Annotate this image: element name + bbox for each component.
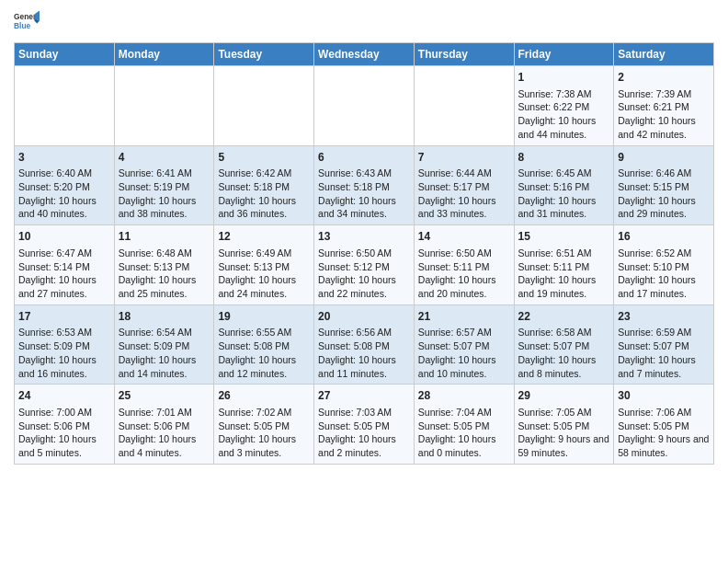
day-info: Sunrise: 7:02 AM xyxy=(218,406,310,419)
day-info: Sunset: 6:21 PM xyxy=(618,100,710,114)
day-info: Daylight: 10 hours and 25 minutes. xyxy=(119,273,210,300)
weekday-header-row: SundayMondayTuesdayWednesdayThursdayFrid… xyxy=(15,43,714,66)
day-info: Sunrise: 6:50 AM xyxy=(318,247,410,260)
day-info: Sunset: 5:07 PM xyxy=(518,339,610,353)
day-info: Sunrise: 6:41 AM xyxy=(119,167,210,180)
day-number: 23 xyxy=(618,309,710,325)
weekday-header-friday: Friday xyxy=(514,43,614,66)
day-info: Sunset: 6:22 PM xyxy=(518,100,610,114)
day-number: 20 xyxy=(318,309,410,325)
day-info: Daylight: 10 hours and 11 minutes. xyxy=(318,353,410,380)
day-info: Sunrise: 6:53 AM xyxy=(18,326,110,339)
day-number: 29 xyxy=(518,388,610,404)
day-info: Sunset: 5:20 PM xyxy=(18,180,110,194)
week-row-3: 17Sunrise: 6:53 AMSunset: 5:09 PMDayligh… xyxy=(15,304,714,385)
day-info: Daylight: 10 hours and 29 minutes. xyxy=(618,194,710,221)
day-info: Sunset: 5:19 PM xyxy=(119,180,210,194)
day-info: Sunrise: 6:57 AM xyxy=(418,326,510,339)
day-number: 4 xyxy=(119,150,210,166)
weekday-header-wednesday: Wednesday xyxy=(314,43,415,66)
day-number: 11 xyxy=(119,229,210,245)
day-info: Sunrise: 6:44 AM xyxy=(418,167,510,180)
day-number: 14 xyxy=(418,229,510,245)
day-info: Daylight: 10 hours and 4 minutes. xyxy=(119,432,210,459)
week-row-4: 24Sunrise: 7:00 AMSunset: 5:06 PMDayligh… xyxy=(15,385,714,465)
day-info: Daylight: 10 hours and 14 minutes. xyxy=(119,353,210,380)
day-info: Sunset: 5:05 PM xyxy=(618,419,710,433)
calendar-cell: 17Sunrise: 6:53 AMSunset: 5:09 PMDayligh… xyxy=(15,304,115,385)
day-number: 21 xyxy=(418,309,510,325)
day-info: Sunrise: 7:00 AM xyxy=(18,406,110,419)
day-info: Sunset: 5:16 PM xyxy=(518,180,610,194)
calendar-cell: 14Sunrise: 6:50 AMSunset: 5:11 PMDayligh… xyxy=(414,225,514,305)
week-row-0: 1Sunrise: 7:38 AMSunset: 6:22 PMDaylight… xyxy=(15,66,714,146)
day-info: Sunset: 5:11 PM xyxy=(518,260,610,274)
day-number: 1 xyxy=(518,70,610,86)
calendar-cell xyxy=(214,66,314,146)
day-number: 3 xyxy=(18,150,110,166)
day-info: Sunrise: 6:58 AM xyxy=(518,326,610,339)
calendar-cell xyxy=(414,66,514,146)
calendar-cell: 4Sunrise: 6:41 AMSunset: 5:19 PMDaylight… xyxy=(114,145,214,225)
day-info: Sunrise: 7:39 AM xyxy=(618,87,710,101)
weekday-header-monday: Monday xyxy=(114,43,214,66)
day-info: Sunset: 5:05 PM xyxy=(418,419,510,433)
day-info: Sunset: 5:15 PM xyxy=(618,180,710,194)
calendar-cell xyxy=(314,66,415,146)
day-info: Daylight: 9 hours and 58 minutes. xyxy=(618,432,710,459)
calendar-cell: 19Sunrise: 6:55 AMSunset: 5:08 PMDayligh… xyxy=(214,304,314,385)
day-number: 15 xyxy=(518,229,610,245)
page-container: General Blue SundayMondayTuesdayWednesda… xyxy=(0,0,728,469)
calendar-cell: 11Sunrise: 6:48 AMSunset: 5:13 PMDayligh… xyxy=(114,225,214,305)
day-number: 26 xyxy=(218,388,310,404)
calendar-cell: 3Sunrise: 6:40 AMSunset: 5:20 PMDaylight… xyxy=(15,145,115,225)
day-number: 28 xyxy=(418,388,510,404)
day-number: 30 xyxy=(618,388,710,404)
week-row-1: 3Sunrise: 6:40 AMSunset: 5:20 PMDaylight… xyxy=(15,145,714,225)
day-info: Daylight: 10 hours and 40 minutes. xyxy=(18,194,110,221)
day-info: Sunrise: 6:49 AM xyxy=(218,247,310,260)
calendar-cell: 6Sunrise: 6:43 AMSunset: 5:18 PMDaylight… xyxy=(314,145,415,225)
day-info: Sunset: 5:13 PM xyxy=(218,260,310,274)
calendar-cell: 21Sunrise: 6:57 AMSunset: 5:07 PMDayligh… xyxy=(414,304,514,385)
day-info: Daylight: 10 hours and 2 minutes. xyxy=(318,432,410,459)
day-info: Sunset: 5:12 PM xyxy=(318,260,410,274)
calendar-cell: 24Sunrise: 7:00 AMSunset: 5:06 PMDayligh… xyxy=(15,385,115,465)
calendar-cell: 29Sunrise: 7:05 AMSunset: 5:05 PMDayligh… xyxy=(514,385,614,465)
day-info: Sunrise: 7:04 AM xyxy=(418,406,510,419)
day-info: Daylight: 10 hours and 38 minutes. xyxy=(119,194,210,221)
calendar-cell: 25Sunrise: 7:01 AMSunset: 5:06 PMDayligh… xyxy=(114,385,214,465)
weekday-header-saturday: Saturday xyxy=(614,43,714,66)
day-info: Daylight: 10 hours and 5 minutes. xyxy=(18,432,110,459)
day-info: Daylight: 10 hours and 3 minutes. xyxy=(218,432,310,459)
day-info: Daylight: 10 hours and 16 minutes. xyxy=(18,353,110,380)
day-info: Daylight: 10 hours and 22 minutes. xyxy=(318,273,410,300)
day-info: Sunrise: 6:55 AM xyxy=(218,326,310,339)
day-info: Sunrise: 6:46 AM xyxy=(618,167,710,180)
day-info: Daylight: 10 hours and 0 minutes. xyxy=(418,432,510,459)
calendar-cell: 10Sunrise: 6:47 AMSunset: 5:14 PMDayligh… xyxy=(15,225,115,305)
day-info: Sunrise: 6:54 AM xyxy=(119,326,210,339)
day-info: Sunrise: 6:43 AM xyxy=(318,167,410,180)
calendar-cell: 15Sunrise: 6:51 AMSunset: 5:11 PMDayligh… xyxy=(514,225,614,305)
day-info: Sunset: 5:06 PM xyxy=(119,419,210,433)
day-number: 18 xyxy=(119,309,210,325)
day-info: Sunset: 5:09 PM xyxy=(119,339,210,353)
logo-icon: General Blue xyxy=(14,9,40,35)
day-info: Sunrise: 6:48 AM xyxy=(119,247,210,260)
day-info: Sunset: 5:05 PM xyxy=(318,419,410,433)
svg-text:Blue: Blue xyxy=(14,21,30,30)
day-info: Sunrise: 6:47 AM xyxy=(18,247,110,260)
day-number: 13 xyxy=(318,229,410,245)
calendar-cell: 28Sunrise: 7:04 AMSunset: 5:05 PMDayligh… xyxy=(414,385,514,465)
day-number: 19 xyxy=(218,309,310,325)
calendar-cell: 5Sunrise: 6:42 AMSunset: 5:18 PMDaylight… xyxy=(214,145,314,225)
calendar-cell: 1Sunrise: 7:38 AMSunset: 6:22 PMDaylight… xyxy=(514,66,614,146)
day-info: Sunrise: 6:42 AM xyxy=(218,167,310,180)
day-info: Sunrise: 7:38 AM xyxy=(518,87,610,101)
week-row-2: 10Sunrise: 6:47 AMSunset: 5:14 PMDayligh… xyxy=(15,225,714,305)
calendar-cell: 7Sunrise: 6:44 AMSunset: 5:17 PMDaylight… xyxy=(414,145,514,225)
day-info: Daylight: 10 hours and 17 minutes. xyxy=(618,273,710,300)
day-info: Sunrise: 6:50 AM xyxy=(418,247,510,260)
day-info: Sunset: 5:18 PM xyxy=(318,180,410,194)
